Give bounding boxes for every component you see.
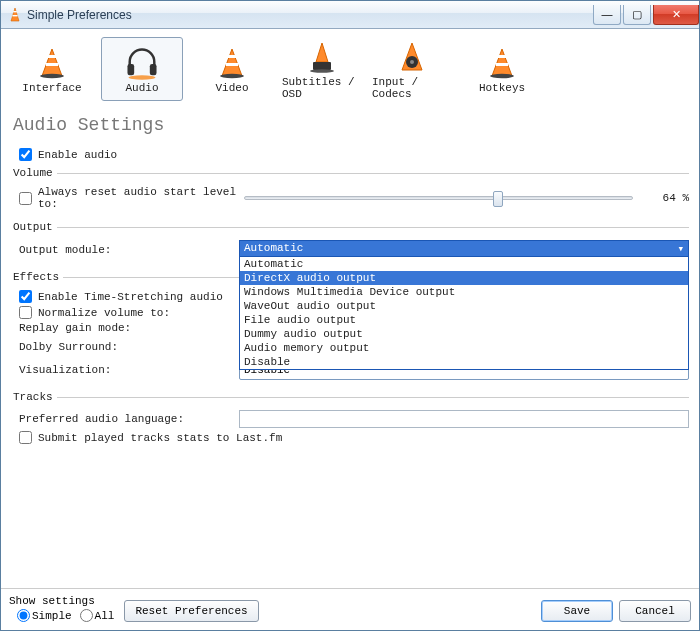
replay-gain-label: Replay gain mode: xyxy=(11,322,239,334)
visualization-label: Visualization: xyxy=(11,364,239,376)
volume-group: Volume Always reset audio start level to… xyxy=(11,167,689,215)
dolby-label: Dolby Surround: xyxy=(11,341,239,353)
time-stretch-checkbox[interactable] xyxy=(19,290,32,303)
dropdown-item[interactable]: WaveOut audio output xyxy=(240,299,688,313)
cone-icon xyxy=(393,38,431,76)
category-video[interactable]: Video xyxy=(191,37,273,101)
svg-rect-8 xyxy=(150,64,157,75)
category-label: Hotkeys xyxy=(479,82,525,94)
svg-point-23 xyxy=(490,74,514,78)
category-interface[interactable]: Interface xyxy=(11,37,93,101)
effects-legend: Effects xyxy=(11,271,63,283)
svg-marker-14 xyxy=(316,43,328,62)
normalize-checkbox[interactable] xyxy=(19,306,32,319)
category-label: Audio xyxy=(125,82,158,94)
svg-point-13 xyxy=(220,74,244,78)
dropdown-selected-text: Automatic xyxy=(244,242,303,255)
always-reset-label: Always reset audio start level to: xyxy=(38,186,244,210)
tracks-group: Tracks Preferred audio language: Submit … xyxy=(11,391,689,449)
category-bar: Interface Audio Video Subtitles / OSD In… xyxy=(11,37,689,101)
category-subtitles-osd[interactable]: Subtitles / OSD xyxy=(281,37,363,101)
titlebar: Simple Preferences — ▢ ✕ xyxy=(1,1,699,29)
output-group: Output Output module: Automatic ▾ Automa… xyxy=(11,221,689,265)
svg-point-6 xyxy=(40,74,64,78)
window-title: Simple Preferences xyxy=(27,8,591,22)
svg-marker-0 xyxy=(11,8,19,21)
cone-icon xyxy=(33,44,71,82)
dropdown-item[interactable]: Disable xyxy=(240,355,688,369)
category-input-codecs[interactable]: Input / Codecs xyxy=(371,37,453,101)
category-label: Video xyxy=(215,82,248,94)
category-audio[interactable]: Audio xyxy=(101,37,183,101)
output-legend: Output xyxy=(11,221,57,233)
dropdown-item[interactable]: File audio output xyxy=(240,313,688,327)
maximize-button[interactable]: ▢ xyxy=(623,5,651,25)
page-title: Audio Settings xyxy=(13,115,689,135)
headphones-icon xyxy=(123,44,161,82)
svg-rect-1 xyxy=(13,11,17,12)
enable-audio-label: Enable audio xyxy=(38,149,117,161)
svg-rect-11 xyxy=(228,55,236,58)
dropdown-item[interactable]: Audio memory output xyxy=(240,341,688,355)
cone-icon xyxy=(213,44,251,82)
dropdown-item[interactable]: Automatic xyxy=(240,257,688,271)
all-label: All xyxy=(95,610,115,622)
lastfm-label: Submit played tracks stats to Last.fm xyxy=(38,432,282,444)
category-label: Input / Codecs xyxy=(372,76,452,100)
dropdown-item[interactable]: DirectX audio output xyxy=(240,271,688,285)
category-label: Subtitles / OSD xyxy=(282,76,362,100)
dropdown-item[interactable]: Windows Multimedia Device output xyxy=(240,285,688,299)
svg-rect-21 xyxy=(498,55,506,58)
reset-preferences-button[interactable]: Reset Preferences xyxy=(124,600,258,622)
svg-rect-22 xyxy=(496,63,508,66)
simple-label: Simple xyxy=(32,610,72,622)
svg-marker-10 xyxy=(222,49,242,76)
minimize-button[interactable]: — xyxy=(593,5,621,25)
svg-marker-3 xyxy=(42,49,62,76)
pref-lang-input[interactable] xyxy=(239,410,689,428)
category-hotkeys[interactable]: Hotkeys xyxy=(461,37,543,101)
dropdown-item[interactable]: Dummy audio output xyxy=(240,327,688,341)
output-module-label: Output module: xyxy=(11,244,239,256)
content: Interface Audio Video Subtitles / OSD In… xyxy=(1,29,699,588)
normalize-label: Normalize volume to: xyxy=(38,307,170,319)
pref-lang-label: Preferred audio language: xyxy=(11,413,239,425)
time-stretch-label: Enable Time-Stretching audio xyxy=(38,291,223,303)
svg-rect-5 xyxy=(46,63,58,66)
save-button[interactable]: Save xyxy=(541,600,613,622)
cone-icon xyxy=(303,38,341,76)
chevron-down-icon: ▾ xyxy=(677,242,684,255)
svg-marker-20 xyxy=(492,49,512,76)
bottom-bar: Show settings Simple All Reset Preferenc… xyxy=(1,588,699,630)
all-radio[interactable] xyxy=(80,609,93,622)
enable-audio-checkbox[interactable] xyxy=(19,148,32,161)
always-reset-checkbox[interactable] xyxy=(19,192,32,205)
volume-value: 64 % xyxy=(639,192,689,204)
svg-point-16 xyxy=(310,69,334,73)
svg-point-19 xyxy=(410,60,414,64)
svg-rect-7 xyxy=(127,64,134,75)
tracks-legend: Tracks xyxy=(11,391,57,403)
vlc-icon xyxy=(7,7,23,23)
lastfm-checkbox[interactable] xyxy=(19,431,32,444)
cancel-button[interactable]: Cancel xyxy=(619,600,691,622)
window: Simple Preferences — ▢ ✕ Interface Audio… xyxy=(0,0,700,631)
svg-point-9 xyxy=(129,75,156,79)
close-button[interactable]: ✕ xyxy=(653,5,699,25)
output-module-dropdown[interactable]: Automatic ▾ Automatic DirectX audio outp… xyxy=(239,240,689,370)
category-label: Interface xyxy=(22,82,81,94)
svg-rect-4 xyxy=(48,55,56,58)
cone-icon xyxy=(483,44,521,82)
form-area: Enable audio Volume Always reset audio s… xyxy=(11,145,689,588)
simple-radio[interactable] xyxy=(17,609,30,622)
slider-thumb[interactable] xyxy=(493,191,503,207)
dropdown-selected[interactable]: Automatic ▾ xyxy=(240,241,688,257)
svg-rect-12 xyxy=(226,63,238,66)
svg-rect-15 xyxy=(313,62,331,70)
show-settings-label: Show settings xyxy=(9,595,114,607)
volume-slider[interactable] xyxy=(244,196,633,200)
volume-legend: Volume xyxy=(11,167,57,179)
svg-rect-2 xyxy=(12,15,17,16)
